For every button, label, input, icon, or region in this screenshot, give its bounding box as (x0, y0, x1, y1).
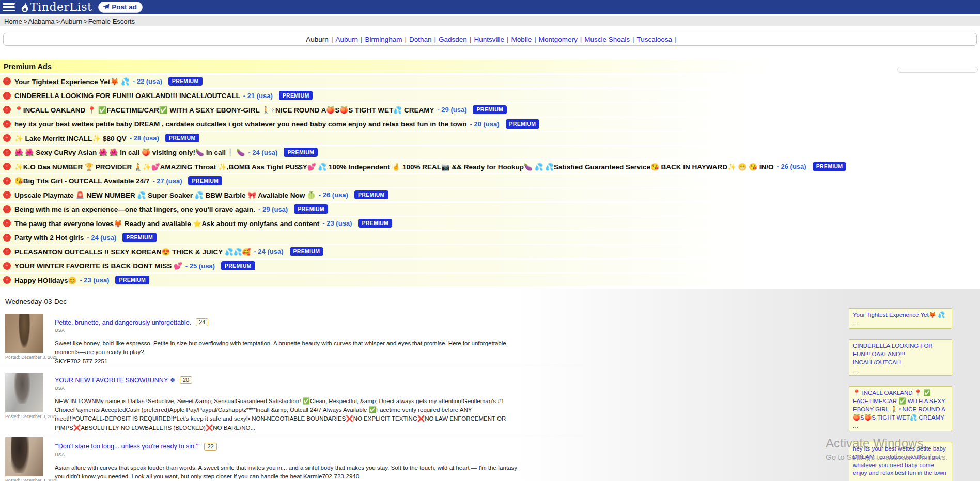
sidebar-ad-title-link[interactable]: 📍 INCALL OAKLAND 📍 ✅ FACETIME/CAR ✅ WITH… (853, 389, 948, 422)
post-ad-button[interactable]: Post ad (98, 2, 143, 13)
hamburger-menu-icon[interactable] (3, 3, 15, 11)
sidebar-ad-title-link[interactable]: CINDERELLA LOOKING FOR FUN!!! OAKLAND!!!… (853, 342, 948, 367)
premium-ad-age: - 24 (usa) (248, 149, 277, 156)
breadcrumb-item: >Alabama (22, 18, 55, 25)
premium-ad-age: - 25 (usa) (185, 262, 215, 270)
breadcrumb-item: >Auburn (55, 18, 83, 25)
premium-ad-row[interactable]: Upscale Playmate 🚨 NEW NUMBER 💦 Super So… (0, 188, 980, 201)
premium-ad-title-link[interactable]: Being with me is an experience—one that … (14, 205, 255, 213)
premium-ad-row[interactable]: PLEASANTON OUTCALLS !! SEXY KOREAN😍 THIC… (0, 245, 980, 258)
premium-badge: PREMIUM (279, 91, 313, 100)
premium-badge: PREMIUM (122, 233, 157, 242)
brand-logo[interactable]: TinderList (20, 2, 92, 13)
city-nav-link[interactable]: Gadsden (439, 36, 467, 43)
premium-ad-row[interactable]: ✨K.O Daa NUMBER 🏆 PROVIDER 🧎✨💕AMAZING Th… (0, 160, 980, 173)
breadcrumb-item: >Female Escorts (82, 18, 135, 25)
red-up-arrow-icon (3, 262, 11, 270)
premium-ad-title-link[interactable]: YOUR WINTER FAVORITE IS BACK DONT MISS 💕 (14, 262, 182, 270)
city-nav-link[interactable]: Mobile (511, 36, 532, 43)
premium-ad-title-link[interactable]: 🌺 🌺 Sexy CuRvy Asian 🌺 🌺 in call 🍑 visit… (14, 148, 245, 156)
breadcrumb-link[interactable]: Home (4, 18, 22, 25)
red-up-arrow-icon (3, 134, 11, 142)
sidebar-ad-ellipsis: ... (853, 423, 948, 429)
city-nav-link[interactable]: Muscle Shoals (584, 36, 630, 43)
premium-ad-row[interactable]: hey its your best wettes petite baby DRE… (0, 118, 980, 131)
breadcrumb-link[interactable]: Auburn (60, 18, 82, 25)
premium-ad-title-link[interactable]: Party with 2 Hot girls (14, 234, 84, 242)
premium-ad-age: - 26 (usa) (319, 191, 348, 199)
empty-placeholder-box (897, 67, 978, 73)
city-nav-link[interactable]: Montgomery (539, 36, 578, 43)
premium-ad-row[interactable]: YOUR WINTER FAVORITE IS BACK DONT MISS 💕… (0, 260, 980, 272)
city-nav-link[interactable]: Dothan (409, 36, 432, 43)
city-nav-link[interactable]: Tuscaloosa (637, 36, 673, 43)
sidebar-ad-box[interactable]: Your Tightest Experience Yet🦊 💦 ... (849, 308, 952, 329)
premium-ad-row[interactable]: ✨ Lake Merritt INCALL✨ $80 QV - 28 (usa)… (0, 132, 980, 145)
premium-ad-row[interactable]: Your Tightest Experience Yet🦊 💦 - 22 (us… (0, 75, 980, 88)
date-header: Wednesday-03-Dec (5, 298, 980, 310)
premium-ad-title-link[interactable]: Upscale Playmate 🚨 NEW NUMBER 💦 Super So… (14, 191, 316, 199)
premium-ad-row[interactable]: 📍INCALL OAKLAND 📍 ✅FACETIME/CAR✅ WITH A … (0, 103, 980, 116)
city-nav-link[interactable]: Birmingham (365, 36, 402, 43)
premium-badge: PREMIUM (165, 134, 199, 143)
premium-badge: PREMIUM (188, 176, 222, 185)
paper-plane-icon (103, 4, 110, 10)
sidebar-ad-box[interactable]: hey its your best wettes petite baby DRE… (849, 442, 952, 481)
city-nav-link[interactable]: Auburn (306, 36, 329, 43)
premium-ad-age: - 27 (usa) (152, 177, 182, 185)
sidebar-ad-box[interactable]: 📍 INCALL OAKLAND 📍 ✅ FACETIME/CAR ✅ WITH… (849, 386, 952, 431)
listing-body: Petite, brunette, and dangerously unforg… (55, 311, 517, 366)
listing-thumbnail[interactable] (5, 314, 43, 353)
premium-ad-row[interactable]: Party with 2 Hot girls - 24 (usa) PREMIU… (0, 231, 980, 244)
listing-list: Posted: December 3, 2025 Petite, brunett… (0, 310, 980, 481)
premium-ad-row[interactable]: 😘Big Tits Girl - OUTCALL Available 24/7 … (0, 174, 980, 187)
listing-item: Posted: December 3, 2025 Petite, brunett… (0, 310, 583, 367)
premium-ad-row[interactable]: 🌺 🌺 Sexy CuRvy Asian 🌺 🌺 in call 🍑 visit… (0, 146, 980, 159)
premium-ad-title-link[interactable]: hey its your best wettes petite baby DRE… (14, 120, 466, 128)
age-badge: 24 (196, 318, 208, 326)
red-up-arrow-icon (3, 248, 11, 255)
premium-ad-age: - 23 (usa) (322, 219, 352, 227)
posted-date: Posted: December 3, 2025 (5, 414, 43, 419)
premium-ad-age: - 28 (usa) (130, 134, 159, 142)
post-ad-label: Post ad (112, 3, 137, 11)
top-navbar: TinderList Post ad (0, 0, 980, 14)
premium-ad-title-link[interactable]: The pawg that everyone loves🦊 Ready and … (14, 219, 319, 228)
city-nav-link[interactable]: Auburn (335, 36, 358, 43)
listing-thumbnail[interactable] (5, 437, 43, 476)
premium-ad-row[interactable]: The pawg that everyone loves🦊 Ready and … (0, 217, 980, 230)
premium-ad-title-link[interactable]: PLEASANTON OUTCALLS !! SEXY KOREAN😍 THIC… (14, 248, 251, 256)
breadcrumb-link[interactable]: Female Escorts (88, 18, 135, 25)
sidebar-ad-box[interactable]: CINDERELLA LOOKING FOR FUN!!! OAKLAND!!!… (849, 339, 952, 376)
premium-ad-title-link[interactable]: Happy HOlidays😊 (14, 276, 76, 284)
premium-ad-row[interactable]: Happy HOlidays😊 - 23 (usa) PREMIUM (0, 274, 980, 286)
breadcrumb-link[interactable]: Alabama (28, 18, 54, 25)
sidebar-ad-title-link[interactable]: Your Tightest Experience Yet🦊 💦 (853, 311, 948, 319)
city-nav-item: Mobile| (508, 36, 536, 43)
premium-badge: PREMIUM (354, 190, 388, 200)
city-nav-item: Birmingham| (362, 36, 407, 43)
city-nav-link[interactable]: Huntsville (474, 36, 504, 43)
city-nav-item: Huntsville| (471, 36, 508, 43)
listing-title-link[interactable]: YOUR NEW FAVORITE SNOWBUNNY ❄ (55, 376, 175, 384)
premium-badge: PREMIUM (813, 162, 847, 171)
red-up-arrow-icon (3, 120, 11, 128)
premium-ad-title-link[interactable]: 📍INCALL OAKLAND 📍 ✅FACETIME/CAR✅ WITH A … (14, 106, 434, 114)
premium-ad-age: - 24 (usa) (254, 248, 283, 255)
sidebar-ad-title-link[interactable]: hey its your best wettes petite baby DRE… (853, 445, 948, 477)
premium-ad-title-link[interactable]: ✨K.O Daa NUMBER 🏆 PROVIDER 🧎✨💕AMAZING Th… (14, 163, 774, 171)
premium-ad-title-link[interactable]: Your Tightest Experience Yet🦊 💦 (14, 77, 130, 86)
listing-title-link[interactable]: Petite, brunette, and dangerously unforg… (55, 319, 191, 326)
brand-name: TinderList (30, 2, 92, 13)
premium-ad-row[interactable]: CINDERELLA LOOKING FOR FUN!!! OAKLAND!!!… (0, 89, 980, 102)
listing-thumbnail[interactable] (5, 373, 43, 412)
listing-title-link[interactable]: "'Don't stare too long... unless you're … (55, 443, 199, 450)
listing-description: NEW IN TOWNMy name is Dallas !Seductive,… (55, 397, 517, 432)
premium-ad-title-link[interactable]: 😘Big Tits Girl - OUTCALL Available 24/7 (14, 177, 149, 185)
city-nav: Auburn|Auburn|Birmingham|Dothan|Gadsden|… (3, 33, 977, 46)
premium-ad-row[interactable]: Being with me is an experience—one that … (0, 203, 980, 216)
listing-location: USA (55, 452, 517, 457)
breadcrumb-separator: > (84, 18, 88, 25)
premium-ad-title-link[interactable]: CINDERELLA LOOKING FOR FUN!!! OAKLAND!!!… (14, 92, 240, 100)
premium-ad-title-link[interactable]: ✨ Lake Merritt INCALL✨ $80 QV (14, 134, 127, 142)
